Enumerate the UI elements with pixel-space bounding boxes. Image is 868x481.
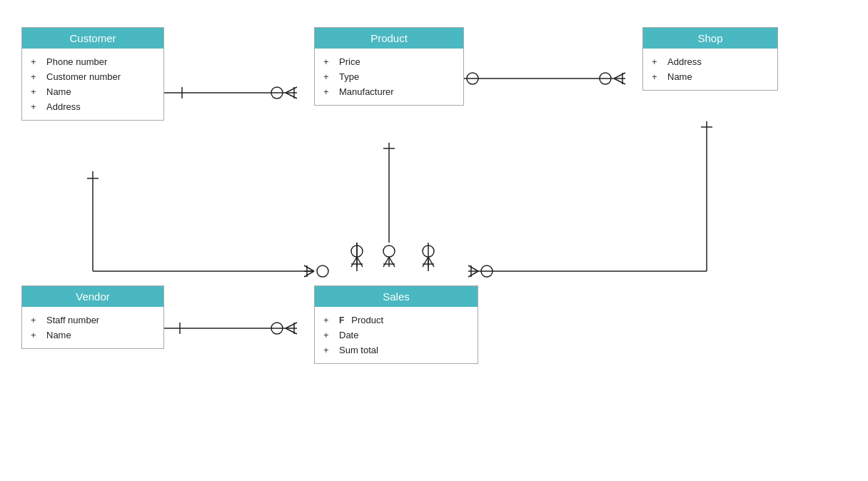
svg-line-5: [286, 93, 297, 98]
entity-sales: Sales + F Product + Date + Sum total: [314, 285, 478, 364]
table-row: + Staff number: [31, 313, 155, 328]
field-label: Address: [667, 56, 702, 67]
entity-customer: Customer + Phone number + Customer numbe…: [21, 27, 164, 121]
svg-line-37: [383, 257, 389, 267]
customer-body: + Phone number + Customer number + Name …: [22, 49, 163, 120]
diagram-container: Customer + Phone number + Customer numbe…: [0, 0, 868, 481]
table-row: + Address: [31, 99, 155, 114]
field-label: Date: [339, 330, 358, 340]
svg-point-8: [467, 73, 478, 84]
table-row: + Sum total: [323, 343, 469, 358]
vendor-body: + Staff number + Name: [22, 307, 163, 348]
shop-header: Shop: [643, 28, 777, 49]
plus-icon: +: [31, 56, 39, 67]
svg-line-3: [286, 87, 297, 93]
field-label: Name: [46, 86, 71, 97]
svg-line-14: [614, 73, 625, 79]
field-indicator: F: [339, 315, 344, 325]
plus-icon: +: [31, 315, 39, 325]
svg-line-50: [351, 257, 357, 267]
field-label: Product: [351, 315, 383, 325]
svg-point-29: [317, 265, 328, 277]
table-row: + Manufacturer: [323, 84, 455, 99]
svg-line-57: [423, 257, 428, 267]
field-label: Staff number: [46, 315, 99, 325]
svg-point-13: [600, 73, 611, 84]
svg-line-22: [468, 265, 478, 271]
plus-icon: +: [323, 330, 332, 340]
field-label: Name: [667, 71, 692, 82]
customer-header: Customer: [22, 28, 163, 49]
plus-icon: +: [323, 315, 332, 325]
product-body: + Price + Type + Manufacturer: [315, 49, 463, 105]
table-row: + Customer number: [31, 69, 155, 84]
sales-header: Sales: [315, 286, 478, 307]
field-label: Customer number: [46, 71, 121, 82]
svg-line-46: [286, 328, 297, 334]
plus-icon: +: [31, 86, 39, 97]
svg-line-39: [389, 257, 395, 267]
entity-vendor: Vendor + Staff number + Name: [21, 285, 164, 349]
field-label: Type: [339, 71, 359, 82]
svg-line-30: [304, 265, 314, 271]
vendor-header: Vendor: [22, 286, 163, 307]
sales-body: + F Product + Date + Sum total: [315, 307, 478, 363]
plus-icon: +: [652, 71, 660, 82]
table-row: + Address: [652, 54, 769, 69]
plus-icon: +: [31, 101, 39, 112]
plus-icon: +: [31, 330, 39, 340]
svg-point-21: [481, 265, 493, 277]
svg-line-32: [304, 271, 314, 277]
field-label: Manufacturer: [339, 86, 394, 97]
svg-point-56: [423, 245, 434, 257]
table-row: + F Product: [323, 313, 469, 328]
svg-line-16: [614, 79, 625, 84]
table-row: + Type: [323, 69, 455, 84]
svg-point-43: [271, 323, 283, 334]
plus-icon: +: [323, 56, 332, 67]
svg-point-36: [383, 245, 395, 257]
entity-shop: Shop + Address + Name: [642, 27, 778, 91]
table-row: + Price: [323, 54, 455, 69]
table-row: + Phone number: [31, 54, 155, 69]
plus-icon: +: [31, 71, 39, 82]
svg-point-2: [271, 87, 283, 98]
table-row: + Date: [323, 328, 469, 343]
svg-line-24: [468, 271, 478, 277]
table-row: + Name: [31, 328, 155, 343]
table-row: + Name: [31, 84, 155, 99]
svg-line-44: [286, 323, 297, 328]
svg-line-52: [357, 257, 363, 267]
plus-icon: +: [323, 345, 332, 355]
plus-icon: +: [323, 86, 332, 97]
shop-body: + Address + Name: [643, 49, 777, 90]
plus-icon: +: [652, 56, 660, 67]
plus-icon: +: [323, 71, 332, 82]
field-label: Sum total: [339, 345, 378, 355]
svg-line-59: [428, 257, 434, 267]
svg-point-49: [351, 245, 363, 257]
field-label: Name: [46, 330, 71, 340]
field-label: Address: [46, 101, 81, 112]
entity-product: Product + Price + Type + Manufacturer: [314, 27, 464, 106]
product-header: Product: [315, 28, 463, 49]
field-label: Price: [339, 56, 360, 67]
table-row: + Name: [652, 69, 769, 84]
field-label: Phone number: [46, 56, 107, 67]
